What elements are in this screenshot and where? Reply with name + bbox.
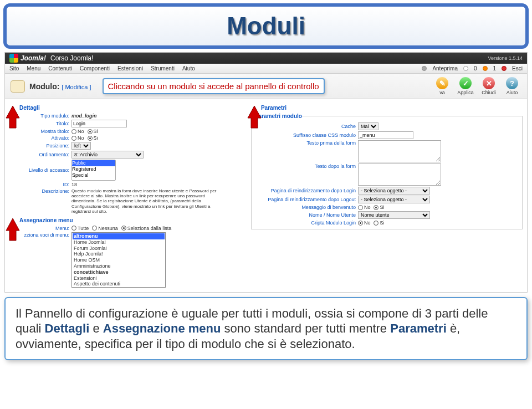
opt-seleziona: Seleziona dalla lista (127, 226, 172, 231)
arrow-parametri: Parametri (251, 105, 523, 111)
cap-assegnazione: Assegnazione menu (103, 321, 221, 335)
input-suffisso[interactable] (358, 131, 413, 139)
users-count: 1 (493, 65, 497, 71)
joomla-admin: Joomla! Corso Joomla! Versione 1.5.14 Si… (4, 52, 528, 293)
messages-count: 0 (474, 65, 477, 71)
toolbar-close[interactable]: ✕ Chiudi (479, 77, 498, 95)
logout-icon[interactable] (502, 66, 507, 71)
apply-icon: ✓ (459, 77, 472, 89)
save-icon: ✎ (436, 77, 448, 89)
select-accesso[interactable]: Public Registered Special (71, 160, 116, 181)
page-title-text: Modulo: (29, 82, 59, 91)
listbox-voci[interactable]: altromenuHome Joomla!Forum Joomla!Help J… (71, 232, 166, 288)
slide-title-banner: Moduli (3, 3, 529, 49)
page-title: Modulo: [ Modifica ] (29, 82, 91, 91)
toolbar-save[interactable]: ✎ va (433, 77, 452, 95)
lbl-nome: Nome / Nome Utente (255, 212, 356, 218)
select-redir-logout[interactable]: - Seleziona oggetto - (358, 196, 430, 203)
close-icon: ✕ (483, 77, 495, 89)
logout-label[interactable]: Esci (512, 65, 523, 71)
radio-menus[interactable]: Tutte Nessuna Seleziona dalla lista (71, 226, 171, 231)
lbl-accesso: Livello di accesso: (9, 167, 69, 173)
joomla-version: Versione 1.5.14 (488, 55, 523, 61)
opt-si-4: Si (380, 220, 384, 226)
lbl-ordinamento: Ordinamento: (9, 152, 69, 157)
lbl-suffisso: Suffisso classe CSS modulo (255, 132, 356, 138)
menu-menu[interactable]: Menu (27, 65, 40, 71)
list-item[interactable]: Help Joomla! (73, 251, 165, 257)
list-item[interactable]: Estensioni (73, 275, 165, 282)
select-redir-login[interactable]: - Seleziona oggetto - (358, 187, 430, 195)
slide-title: Moduli (12, 12, 520, 40)
lbl-testo-dopo: Testo dopo la form (255, 163, 356, 169)
textarea-testo-prima[interactable] (358, 140, 441, 162)
users-icon[interactable] (483, 66, 488, 71)
joomla-logo-icon (9, 54, 18, 63)
preview-icon[interactable] (422, 66, 427, 71)
toolbar-help[interactable]: ? Aiuto (503, 77, 521, 95)
list-item[interactable]: Home Joomla! (73, 239, 165, 246)
list-item[interactable]: altromenu (73, 233, 165, 239)
arrow-dettagli: Dettagli (9, 105, 245, 111)
lbl-mostra: Mostra titolo: (9, 129, 69, 134)
list-item[interactable]: Forum Joomla! (73, 246, 165, 252)
joomla-logo: Joomla! (9, 54, 46, 63)
opt-si-3: Si (380, 204, 384, 210)
opt-no-4: No (364, 220, 371, 226)
parametri-heading: Parametri (261, 105, 523, 111)
select-posizione[interactable]: left (71, 142, 91, 150)
opt-tutte: Tutte (78, 226, 89, 231)
menu-strumenti[interactable]: Strumenti (151, 65, 175, 71)
joomla-brand: Joomla! (21, 54, 46, 62)
toolbar-apply-label: Applica (457, 90, 474, 95)
radio-attivato[interactable]: No Si (71, 135, 98, 141)
joomla-header: Joomla! Corso Joomla! Versione 1.5.14 (5, 53, 527, 64)
assegnazione-heading: Assegnazione menu (19, 217, 245, 223)
toolbar-close-label: Chiudi (482, 90, 496, 95)
toolbar-save-label: va (439, 90, 445, 95)
list-item[interactable]: Amministrazione (73, 263, 165, 269)
menu-aiuto[interactable]: Aiuto (182, 65, 195, 71)
lbl-redir-logout: Pagina di reindirizzamento dopo Logout (255, 197, 356, 202)
page-subtitle: [ Modifica ] (62, 84, 91, 90)
lbl-id: ID: (9, 182, 69, 187)
toolbar-apply[interactable]: ✓ Applica (456, 77, 475, 95)
lbl-attivato: Attivato: (9, 135, 69, 141)
help-icon: ? (506, 77, 518, 89)
joomla-page-titlebar: Modulo: [ Modifica ] Cliccando su un mod… (5, 74, 527, 99)
radio-mostra[interactable]: No Si (71, 129, 98, 134)
val-tipo: mod_login (71, 113, 97, 119)
list-item[interactable]: Home OSM (73, 257, 165, 263)
messages-icon[interactable] (463, 66, 468, 71)
select-nome[interactable]: Nome utente (358, 211, 430, 219)
joomla-site-name: Corso Joomla! (50, 54, 93, 62)
preview-label[interactable]: Anteprima (432, 65, 458, 71)
dettagli-heading: Dettagli (19, 105, 245, 111)
lbl-testo-prima: Testo prima della form (255, 140, 356, 146)
radio-benvenuto[interactable]: No Si (358, 204, 385, 210)
opt-si: Si (94, 129, 98, 134)
textarea-testo-dopo[interactable] (358, 163, 441, 186)
module-icon (11, 80, 25, 93)
joomla-top-menu: Sito Menu Contenuti Componenti Estension… (5, 64, 527, 74)
opt-no-3: No (364, 204, 371, 210)
cap-p2: sono standard per tutti mentre (224, 321, 391, 335)
menu-estensioni[interactable]: Estensioni (117, 65, 143, 71)
list-item[interactable]: concettichiave (73, 269, 165, 275)
select-ordinamento[interactable]: 8::Archivio (71, 151, 144, 159)
input-titolo[interactable] (71, 120, 127, 127)
menu-componenti[interactable]: Componenti (80, 65, 110, 71)
radio-cripta[interactable]: No Si (358, 220, 385, 226)
opt-no: No (78, 129, 84, 134)
list-item[interactable]: Pagine di esempio (73, 287, 165, 288)
toolbar-help-label: Aiuto (507, 90, 518, 95)
lbl-posizione: Posizione: (9, 143, 69, 149)
lbl-cache: Cache (255, 124, 356, 129)
select-cache[interactable]: Mai (358, 122, 378, 130)
lbl-cripta: Cripta Modulo Login (255, 220, 356, 226)
list-item[interactable]: Aspetto dei contenuti (73, 281, 165, 287)
arrow-assegnazione: Assegnazione menu (9, 217, 245, 223)
menu-sito[interactable]: Sito (9, 65, 19, 71)
callout-top: Cliccando su un modulo si accede al pann… (103, 78, 325, 94)
menu-contenuti[interactable]: Contenuti (48, 65, 72, 71)
